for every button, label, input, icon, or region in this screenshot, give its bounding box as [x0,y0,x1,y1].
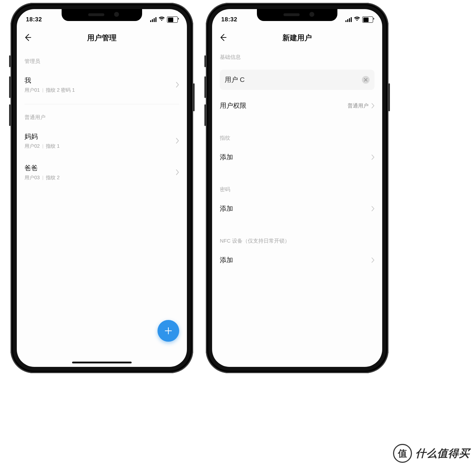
user-id: 用户01 [24,87,40,93]
chevron-right-icon [371,154,374,160]
user-detail: 指纹 2 密码 1 [46,87,75,93]
watermark-badge: 值 [393,444,412,463]
navbar: 用户管理 [17,27,187,48]
add-password-row[interactable]: 添加 [220,199,374,218]
chevron-right-icon [371,103,374,109]
user-row-1[interactable]: 爸爸 用户03指纹 2 [24,159,179,186]
home-indicator [72,362,132,363]
user-detail: 指纹 1 [46,143,60,149]
clear-input-button[interactable] [362,76,370,84]
add-user-fab[interactable] [158,320,179,342]
device-notch [62,9,142,21]
plus-icon [164,326,173,335]
chevron-right-icon [176,82,179,88]
phone-mockup-right: 18:32 新建用户 基础信息 用户 C [206,3,388,373]
device-notch [257,9,337,21]
back-button[interactable] [23,33,33,43]
phone-mockup-left: 18:32 用户管理 管理员 我 [10,3,193,373]
wifi-icon [354,16,360,23]
permission-label: 用户权限 [220,101,246,110]
input-value: 用户 C [225,75,245,84]
signal-icon [150,17,156,22]
page-title: 用户管理 [17,33,187,43]
add-label: 添加 [220,256,233,265]
add-label: 添加 [220,204,233,213]
user-row-0[interactable]: 妈妈 用户02指纹 1 [24,127,179,154]
user-name: 妈妈 [24,132,59,141]
status-time: 18:32 [26,16,42,23]
watermark-text: 什么值得买 [415,446,470,461]
chevron-right-icon [371,206,374,211]
user-permission-row[interactable]: 用户权限 普通用户 [220,96,374,115]
status-time: 18:32 [221,16,237,23]
signal-icon [345,17,352,22]
section-header-admin: 管理员 [24,48,179,71]
watermark: 值 什么值得买 [393,444,470,463]
section-header-fingerprint: 指纹 [220,115,374,148]
chevron-right-icon [176,169,179,175]
user-id: 用户02 [24,143,40,149]
chevron-right-icon [371,257,374,263]
navbar: 新建用户 [212,27,382,48]
section-header-normal: 普通用户 [24,104,179,127]
user-row-admin-0[interactable]: 我 用户01指纹 2 密码 1 [24,71,179,98]
section-header-password: 密码 [220,167,374,199]
user-name: 我 [24,76,75,85]
user-detail: 指纹 2 [46,175,60,180]
battery-icon [362,16,373,23]
section-header-nfc: NFC 设备（仅支持日常开锁） [220,218,374,251]
permission-value: 普通用户 [348,103,369,109]
close-icon [364,78,368,82]
add-nfc-row[interactable]: 添加 [220,251,374,270]
wifi-icon [159,16,165,23]
user-id: 用户03 [24,175,40,180]
battery-icon [167,16,178,23]
add-fingerprint-row[interactable]: 添加 [220,148,374,167]
add-label: 添加 [220,153,233,162]
user-name: 爸爸 [24,163,59,173]
chevron-right-icon [176,138,179,144]
back-button[interactable] [218,33,228,43]
section-header-basic: 基础信息 [220,48,374,67]
user-name-input[interactable]: 用户 C [220,70,374,90]
page-title: 新建用户 [212,33,382,43]
